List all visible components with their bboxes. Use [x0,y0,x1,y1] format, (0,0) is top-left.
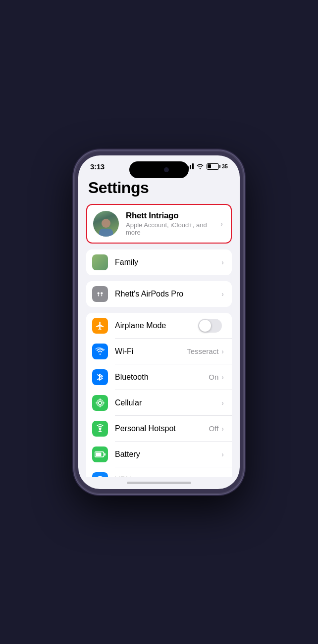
wifi-label: Wi-Fi [115,347,187,356]
profile-info: Rhett Intriago Apple Account, iCloud+, a… [126,211,220,236]
vpn-label: VPN [115,476,169,477]
cellular-chevron: › [221,399,224,407]
family-row[interactable]: Family › [86,249,232,275]
profile-name: Rhett Intriago [126,211,220,221]
airplane-mode-toggle[interactable] [198,319,222,333]
status-time: 3:13 [90,162,105,171]
settings-scroll-area[interactable]: Settings Rhett Intriago Apple Account, i… [78,175,240,477]
airpods-chevron: › [221,290,224,298]
vpn-chevron: › [221,476,224,477]
svg-rect-8 [96,452,102,456]
home-bar [127,482,191,484]
bluetooth-row[interactable]: Bluetooth On › [86,364,232,390]
camera-dot [164,167,169,172]
hotspot-value: Off [209,424,219,433]
home-indicator [78,477,240,489]
svg-rect-1 [98,294,99,296]
wifi-chevron: › [221,347,224,355]
dynamic-island [129,161,189,178]
battery-settings-icon [92,446,108,462]
toggle-knob [199,320,211,332]
phone-screen: 3:13 [78,155,240,489]
phone-frame: 3:13 [74,150,244,494]
cellular-row[interactable]: Cellular › [86,390,232,416]
svg-point-4 [99,401,102,404]
svg-point-0 [98,292,100,294]
battery-settings-label: Battery [115,450,221,459]
hotspot-label: Personal Hotspot [115,424,209,433]
family-icon [92,254,108,270]
family-chevron: › [221,258,224,266]
vpn-row[interactable]: VPN Not Connected › [86,467,232,477]
family-group: Family › [86,249,232,275]
hotspot-row[interactable]: Personal Hotspot Off › [86,416,232,442]
profile-avatar [93,211,119,237]
airpods-group: Rhett's AirPods Pro › [86,281,232,307]
battery-percentage: 35 [222,163,228,169]
wifi-row[interactable]: Wi-Fi Tesseract › [86,339,232,364]
cellular-icon [92,395,108,411]
svg-rect-3 [102,294,103,296]
vpn-value: Not Connected [169,476,218,477]
bluetooth-value: On [209,373,218,381]
wifi-value: Tesseract [187,347,218,355]
battery-icon: 35 [207,163,228,170]
family-label: Family [115,258,221,267]
hotspot-icon [92,421,108,437]
bluetooth-label: Bluetooth [115,373,209,382]
bluetooth-icon [92,369,108,385]
airpods-row[interactable]: Rhett's AirPods Pro › [86,281,232,307]
profile-subtitle: Apple Account, iCloud+, and more [126,221,220,236]
wifi-icon [196,163,204,169]
svg-point-2 [101,292,103,294]
profile-row[interactable]: Rhett Intriago Apple Account, iCloud+, a… [86,204,232,244]
hotspot-chevron: › [221,425,224,433]
profile-chevron: › [220,220,223,228]
network-group: Airplane Mode Wi-Fi [86,313,232,477]
airplane-mode-row[interactable]: Airplane Mode [86,313,232,339]
status-icons: 35 [185,163,228,170]
airplane-mode-label: Airplane Mode [115,321,198,330]
airpods-label: Rhett's AirPods Pro [115,290,221,298]
battery-chevron: › [221,450,224,458]
airpods-icon [92,286,108,302]
cellular-label: Cellular [115,398,221,407]
svg-rect-9 [104,453,106,455]
bluetooth-chevron: › [221,373,224,381]
wifi-settings-icon [92,344,108,359]
battery-row[interactable]: Battery › [86,442,232,467]
airplane-mode-icon [92,318,108,334]
page-title: Settings [78,175,240,204]
vpn-icon [92,472,108,477]
